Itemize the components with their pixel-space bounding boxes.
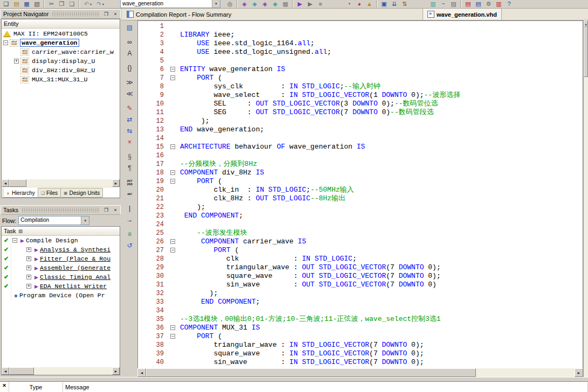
messages-splitter[interactable] — [0, 377, 588, 381]
bookmark-icon[interactable]: § — [124, 151, 136, 162]
find-in-files-icon[interactable]: ◎ — [225, 0, 235, 9]
code-line[interactable]: 10 SEL : OUT STD_LOGIC_VECTOR(3 DOWNTO 0… — [138, 100, 583, 108]
in-system-memory-editor-icon[interactable]: ▨ — [448, 0, 459, 9]
increase-indent-icon[interactable]: ≫ — [124, 77, 136, 88]
comment-icon[interactable]: ✎ — [124, 103, 136, 114]
fold-collapse-icon[interactable]: − — [166, 177, 180, 186]
fold-collapse-icon[interactable]: − — [166, 237, 180, 246]
rtl-viewer-icon[interactable]: ◈ — [239, 0, 250, 9]
scroll-thumb[interactable] — [9, 367, 34, 375]
design-partition-window-icon[interactable]: ▩ — [280, 0, 290, 9]
fold-collapse-icon[interactable]: − — [166, 74, 180, 82]
code-line[interactable]: 33 END COMPONENT; — [138, 298, 583, 306]
expand-icon[interactable]: + — [26, 256, 31, 261]
code-line[interactable]: 38 triangular_wave : IN STD_LOGIC_VECTOR… — [138, 341, 583, 349]
scroll-track[interactable] — [584, 27, 588, 377]
report-window-icon[interactable]: ▤ — [463, 0, 473, 9]
expand-icon[interactable]: + — [26, 247, 31, 252]
code-line[interactable]: 30 square_wave : OUT STD_LOGIC_VECTOR(7 … — [138, 272, 583, 281]
code-line[interactable]: 27− PORT ( — [138, 246, 583, 255]
scroll-thumb[interactable] — [9, 179, 26, 187]
tree-item[interactable]: abdVHDMUX_31:MUX_31_U — [2, 75, 120, 84]
code-line[interactable]: 34 — [138, 306, 583, 315]
expand-icon[interactable]: + — [14, 59, 19, 64]
start-analysis-icon[interactable]: ▶ — [305, 0, 315, 9]
task-item[interactable]: ◈Program Device (Open Pr — [2, 291, 120, 300]
panel-drag-grip[interactable] — [52, 12, 99, 16]
delete-line-icon[interactable]: × — [124, 137, 136, 148]
combobox-dropdown-icon[interactable]: ▼ — [212, 0, 220, 8]
attach-file-icon[interactable]: ¶ — [124, 163, 136, 173]
panel-close-icon[interactable]: × — [112, 11, 119, 18]
entity-combobox[interactable]: wave_generation▼ — [120, 0, 220, 8]
paste-icon[interactable]: ❑ — [67, 0, 77, 9]
expand-icon[interactable]: + — [26, 275, 31, 279]
code-line[interactable]: 14 — [138, 134, 583, 143]
panel-float-icon[interactable]: ❐ — [102, 207, 110, 214]
code-line[interactable]: 24 — [138, 220, 583, 229]
code-line[interactable]: 29 triangular_wave : OUT STD_LOGIC_VECTO… — [138, 263, 583, 272]
tab-files[interactable]: ❏Files — [38, 188, 61, 198]
code-line[interactable]: 13END wave_generation; — [138, 125, 583, 134]
code-line[interactable]: 25 --波形发生模块 — [138, 229, 583, 237]
scroll-track[interactable] — [9, 179, 112, 187]
code-line[interactable]: 23 END COMPONENT; — [138, 212, 583, 220]
scroll-track[interactable] — [9, 367, 112, 375]
code-line[interactable]: 40 sin_wave : IN STD_LOGIC_VECTOR(7 DOWN… — [138, 358, 583, 367]
revert-icon[interactable]: ↺ — [124, 240, 136, 251]
code-line[interactable]: 28 clk : IN STD_LOGIC; — [138, 255, 583, 263]
tree-item[interactable]: abdVHDcarrier_wave:carrier_w — [2, 47, 120, 57]
fold-collapse-icon[interactable]: − — [166, 65, 180, 74]
code-line[interactable]: 19− PORT ( — [138, 177, 583, 186]
scroll-right-icon[interactable]: ► — [112, 179, 120, 187]
goto-line-icon[interactable]: → — [124, 214, 136, 225]
code-line[interactable]: 36−COMPONENT MUX_31 IS — [138, 324, 583, 332]
expand-icon[interactable]: + — [26, 265, 31, 270]
editor-file-icon[interactable]: ▤ — [124, 22, 136, 33]
new-file-icon[interactable]: ❏ — [1, 0, 11, 9]
fold-collapse-icon[interactable]: − — [166, 246, 180, 255]
timequest-analyzer-icon[interactable]: ◔ — [344, 0, 354, 9]
undo-icon[interactable]: ↶ — [81, 0, 92, 9]
messages-close-icon[interactable]: ✕ — [0, 382, 9, 392]
fold-collapse-icon[interactable]: − — [166, 324, 180, 332]
task-item[interactable]: ✔+▶Analysis & Synthesi — [2, 245, 120, 254]
code-line[interactable]: 3 USE ieee.std_logic_1164.all; — [138, 39, 583, 48]
replace-all-icon[interactable]: ⇆ — [124, 125, 136, 136]
cut-icon[interactable]: ✂ — [46, 0, 57, 9]
decrease-indent-icon[interactable]: ≪ — [124, 88, 136, 99]
scroll-right-icon[interactable]: ► — [112, 367, 120, 375]
code-line[interactable]: 12 ); — [138, 117, 583, 125]
scroll-thumb[interactable] — [146, 368, 476, 377]
code-line[interactable]: 2LIBRARY ieee; — [138, 31, 583, 39]
line-numbers-icon[interactable]: 267 268 — [124, 177, 136, 188]
uncomment-icon[interactable]: ⇄ — [124, 114, 136, 125]
scroll-right-icon[interactable]: ► — [575, 368, 583, 377]
fold-collapse-icon[interactable]: − — [166, 143, 180, 151]
scroll-left-icon[interactable]: ◄ — [137, 368, 146, 377]
scroll-left-icon[interactable]: ◄ — [2, 367, 9, 375]
settings-icon[interactable]: ⚙ — [483, 0, 494, 9]
redo-icon[interactable]: ↷ — [94, 0, 104, 9]
code-line[interactable]: 11 SEG : OUT STD_LOGIC_VECTOR(7 DOWNTO 0… — [138, 108, 583, 117]
code-line[interactable]: 5 — [138, 57, 583, 65]
task-item[interactable]: ✔+▶Classic Timing Anal — [2, 272, 120, 282]
programmer-icon[interactable]: ⇊ — [389, 0, 399, 9]
collapse-icon[interactable]: − — [12, 238, 17, 243]
save-icon[interactable]: ▦ — [22, 0, 32, 9]
scroll-track[interactable] — [146, 368, 575, 377]
document-tab-1[interactable]: Compilation Report - Flow Summary — [122, 9, 423, 20]
tab-design-units[interactable]: ▣Design Units — [60, 188, 103, 198]
code-line[interactable]: 6−ENTITY wave_generation IS — [138, 65, 583, 74]
code-line[interactable]: 15−ARCHITECTURE behaviour OF wave_genera… — [138, 143, 583, 151]
code-line[interactable]: 32 ); — [138, 289, 583, 298]
code-line[interactable]: 17--分频模块，分频到8Hz — [138, 160, 583, 169]
code-line[interactable]: 26− COMPONENT carrier_wave IS — [138, 237, 583, 246]
code-line[interactable]: 1 — [138, 22, 583, 31]
code-line[interactable]: 21 clk_8Hz : OUT STD_LOGIC--8Hz输出 — [138, 194, 583, 203]
tree-item[interactable]: −abdVHDwave_generation — [2, 38, 120, 47]
eda-netlist-writer-icon[interactable]: ▣ — [379, 0, 389, 9]
flow-combobox[interactable]: Compilation ▼ — [18, 216, 89, 225]
code-line[interactable]: 39 square_wave : IN STD_LOGIC_VECTOR(7 D… — [138, 349, 583, 358]
task-item[interactable]: ✔+▶Fitter (Place & Rou — [2, 254, 120, 263]
